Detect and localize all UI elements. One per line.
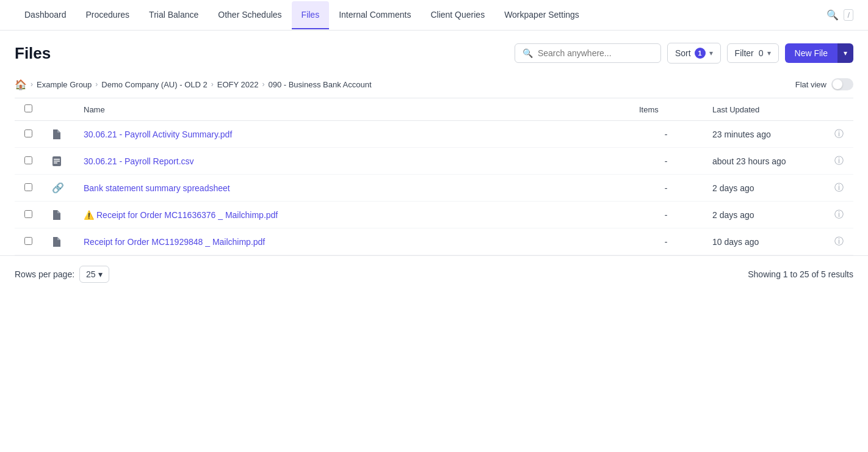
rows-per-page-control: Rows per page: 25 ▾ [15, 266, 109, 283]
nav-item-workpaper-settings[interactable]: Workpaper Settings [494, 1, 589, 29]
new-file-dropdown-button[interactable]: ▾ [837, 43, 853, 63]
row-checkbox-3[interactable] [24, 210, 32, 218]
file-link-2[interactable]: Bank statement summary spreadsheet [84, 183, 230, 193]
row-checkbox-cell-2 [15, 175, 42, 202]
flat-view-toggle: Flat view [795, 78, 853, 90]
svg-rect-2 [54, 161, 60, 162]
select-all-checkbox[interactable] [24, 104, 32, 112]
row-updated-cell-1: about 23 hours ago [703, 148, 825, 175]
page-title: Files [15, 44, 51, 63]
row-items-cell-0: - [629, 121, 703, 148]
filter-button[interactable]: Filter 0 ▾ [727, 43, 779, 63]
info-icon-4[interactable]: ⓘ [834, 236, 844, 246]
search-box[interactable]: 🔍 [515, 43, 661, 63]
info-icon-1[interactable]: ⓘ [834, 155, 844, 166]
row-icon-cell-2: 🔗 [42, 175, 74, 202]
new-file-button[interactable]: New File [785, 43, 837, 63]
svg-rect-1 [54, 159, 60, 160]
slash-shortcut: / [844, 9, 853, 21]
row-checkbox-4[interactable] [24, 237, 32, 245]
table-footer: Rows per page: 25 ▾ Showing 1 to 25 of 5… [0, 255, 868, 293]
file-type-icon-0 [52, 129, 60, 139]
info-icon-3[interactable]: ⓘ [834, 209, 844, 219]
select-all-header [15, 98, 42, 121]
breadcrumb-eofy[interactable]: EOFY 2022 [217, 80, 259, 89]
file-type-icon-3 [52, 210, 60, 220]
breadcrumb-demo-company[interactable]: Demo Company (AU) - OLD 2 [101, 80, 207, 89]
table-row: 30.06.21 - Payroll Report.csv - about 23… [15, 148, 853, 175]
row-checkbox-cell-4 [15, 228, 42, 255]
file-link-4[interactable]: Receipt for Order MC11929848 _ Mailchimp… [84, 237, 265, 247]
breadcrumb-sep-4: › [262, 80, 264, 89]
nav-item-dashboard[interactable]: Dashboard [15, 1, 76, 29]
breadcrumb-home-icon[interactable]: 🏠 [15, 79, 27, 90]
row-updated-cell-4: 10 days ago [703, 228, 825, 255]
breadcrumb-example-group[interactable]: Example Group [37, 80, 92, 89]
svg-rect-3 [54, 162, 57, 164]
info-icon-0[interactable]: ⓘ [834, 128, 844, 139]
page-header: Files 🔍 Sort 1 ▾ Filter 0 ▾ New File ▾ [0, 31, 868, 73]
nav-item-procedures[interactable]: Procedures [76, 1, 140, 29]
file-link-1[interactable]: 30.06.21 - Payroll Report.csv [84, 156, 194, 166]
row-icon-cell-1 [42, 148, 74, 175]
table-row: 30.06.21 - Payroll Activity Summary.pdf … [15, 121, 853, 148]
new-file-dropdown-icon: ▾ [844, 49, 847, 57]
row-items-cell-2: - [629, 175, 703, 202]
table-row: ⚠️ Receipt for Order MC11636376 _ Mailch… [15, 202, 853, 228]
row-checkbox-0[interactable] [24, 129, 32, 137]
file-link-3[interactable]: Receipt for Order MC11636376 _ Mailchimp… [96, 210, 278, 220]
rows-per-page-select[interactable]: 25 ▾ [79, 266, 109, 283]
row-name-cell-4: Receipt for Order MC11929848 _ Mailchimp… [74, 228, 629, 255]
nav-item-other-schedules[interactable]: Other Schedules [208, 1, 291, 29]
warning-icon-3: ⚠️ [84, 210, 94, 220]
action-header [825, 98, 853, 121]
sort-chevron-icon: ▾ [709, 49, 713, 57]
pagination-info: Showing 1 to 25 of 5 results [748, 269, 853, 279]
files-table-container: Name Items Last Updated 30.06.21 - Payro… [0, 98, 868, 255]
nav-item-trial-balance[interactable]: Trial Balance [139, 1, 208, 29]
top-navigation: Dashboard Procedures Trial Balance Other… [0, 0, 868, 31]
nav-item-internal-comments[interactable]: Internal Comments [329, 1, 421, 29]
search-icon: 🔍 [523, 48, 533, 58]
row-checkbox-cell-0 [15, 121, 42, 148]
row-items-cell-4: - [629, 228, 703, 255]
items-header: Items [629, 98, 703, 121]
row-action-cell-0: ⓘ [825, 121, 853, 148]
sort-button[interactable]: Sort 1 ▾ [667, 43, 721, 64]
nav-item-client-queries[interactable]: Client Queries [421, 1, 494, 29]
table-row: 🔗 Bank statement summary spreadsheet - 2… [15, 175, 853, 202]
row-icon-cell-4 [42, 228, 74, 255]
row-items-cell-3: - [629, 202, 703, 228]
search-input[interactable] [538, 48, 653, 58]
global-search-icon[interactable]: 🔍 [826, 9, 839, 21]
row-name-cell-0: 30.06.21 - Payroll Activity Summary.pdf [74, 121, 629, 148]
info-icon-2[interactable]: ⓘ [834, 182, 844, 192]
row-name-cell-2: Bank statement summary spreadsheet [74, 175, 629, 202]
row-icon-cell-0 [42, 121, 74, 148]
row-name-cell-1: 30.06.21 - Payroll Report.csv [74, 148, 629, 175]
row-action-cell-1: ⓘ [825, 148, 853, 175]
row-items-cell-1: - [629, 148, 703, 175]
flat-view-label: Flat view [795, 80, 826, 89]
header-controls: 🔍 Sort 1 ▾ Filter 0 ▾ New File ▾ [515, 43, 853, 64]
flat-view-switch[interactable] [831, 78, 853, 90]
row-checkbox-2[interactable] [24, 183, 32, 191]
breadcrumb-sep-1: › [31, 80, 33, 89]
row-icon-cell-3 [42, 202, 74, 228]
name-header: Name [74, 98, 629, 121]
sort-count: 1 [695, 48, 706, 59]
file-type-icon-4 [52, 236, 60, 247]
row-updated-cell-0: 23 minutes ago [703, 121, 825, 148]
breadcrumb-account[interactable]: 090 - Business Bank Account [268, 80, 371, 89]
table-row: Receipt for Order MC11929848 _ Mailchimp… [15, 228, 853, 255]
row-action-cell-2: ⓘ [825, 175, 853, 202]
icon-header [42, 98, 74, 121]
file-link-0[interactable]: 30.06.21 - Payroll Activity Summary.pdf [84, 129, 232, 139]
nav-item-files[interactable]: Files [292, 1, 330, 29]
filter-chevron-icon: ▾ [767, 49, 771, 57]
filter-label: Filter [735, 48, 754, 58]
row-name-cell-3: ⚠️ Receipt for Order MC11636376 _ Mailch… [74, 202, 629, 228]
rows-per-page-value: 25 [86, 269, 96, 279]
nav-right: 🔍 / [826, 9, 853, 21]
row-checkbox-1[interactable] [24, 156, 32, 164]
